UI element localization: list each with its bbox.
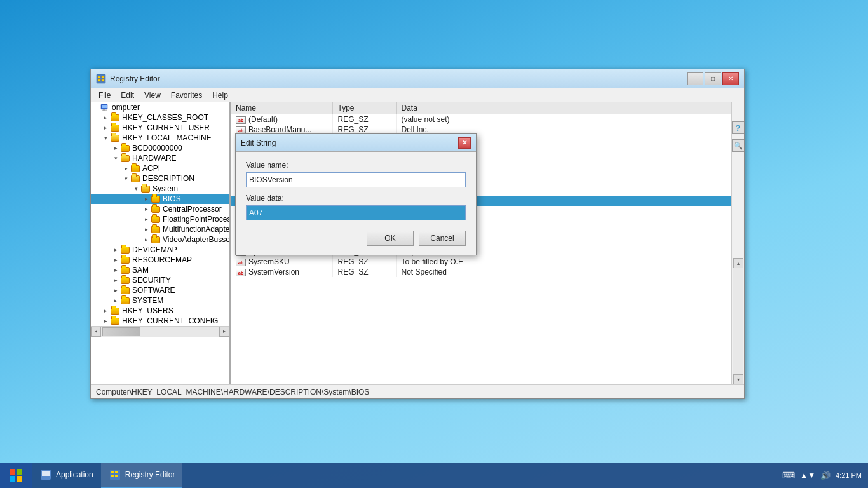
taskbar: Application Registry Editor ⌨ ▲▼ 🔊 — [0, 463, 868, 488]
folder-icon — [110, 113, 120, 122]
folder-icon — [110, 133, 120, 142]
tree-item[interactable]: ▾HARDWARE — [91, 153, 229, 163]
tree-expand-icon[interactable]: ▸ — [111, 245, 120, 254]
tree-expand-icon[interactable]: ▸ — [101, 123, 110, 132]
tree-hscroll-right[interactable]: ▸ — [219, 327, 229, 337]
tree-label: System — [153, 184, 178, 193]
tree-expand-icon[interactable]: ▸ — [142, 215, 151, 224]
tree-expand-icon[interactable]: ▸ — [101, 306, 110, 315]
taskbar-item-registry[interactable]: Registry Editor — [101, 463, 183, 488]
taskbar-items: Application Registry Editor — [32, 463, 776, 488]
tree-expand-icon[interactable]: ▸ — [111, 276, 120, 285]
tree-expand-icon[interactable]: ▸ — [111, 255, 120, 264]
table-row[interactable]: ab(Default)REG_SZ(value not set) — [231, 114, 731, 125]
tree-label: SYSTEM — [132, 296, 163, 305]
folder-icon — [130, 174, 140, 183]
time-display: 4:21 PM — [836, 471, 862, 480]
tree-label: BIOS — [163, 194, 181, 203]
tree-item[interactable]: ▸ACPI — [91, 163, 229, 173]
tree-hscroll-track[interactable] — [101, 327, 219, 337]
menu-edit[interactable]: Edit — [116, 90, 139, 101]
tree-item[interactable]: ▾HKEY_LOCAL_MACHINE — [91, 133, 229, 143]
tree-item[interactable]: ▸RESOURCEMAP — [91, 255, 229, 265]
tree-item[interactable]: ▸MultifunctionAdapter — [91, 224, 229, 234]
taskbar-item-application[interactable]: Application — [32, 463, 101, 488]
start-button[interactable] — [0, 463, 32, 488]
tree-item[interactable]: ▸HKEY_USERS — [91, 306, 229, 316]
tree-item[interactable]: ▸SOFTWARE — [91, 285, 229, 295]
folder-icon — [120, 276, 130, 285]
menu-view[interactable]: View — [139, 90, 166, 101]
menu-help[interactable]: Help — [207, 90, 233, 101]
svg-rect-0 — [97, 74, 105, 83]
tree-expand-icon[interactable]: ▸ — [111, 266, 120, 274]
tree-expand-icon[interactable]: ▾ — [101, 133, 110, 142]
tree-item[interactable]: ▸HKEY_CURRENT_CONFIG — [91, 316, 229, 326]
reg-name: BaseBoardManu... — [248, 125, 311, 134]
tree-item[interactable]: ▸SYSTEM — [91, 295, 229, 306]
tree-item[interactable]: ▸SECURITY — [91, 275, 229, 285]
keyboard-icon: ⌨ — [782, 470, 795, 480]
tree-expand-icon[interactable]: ▾ — [111, 154, 120, 163]
tree-hscroll-left[interactable]: ◂ — [91, 327, 101, 337]
tree-hscrollbar[interactable]: ◂ ▸ — [91, 326, 229, 336]
cancel-button[interactable]: Cancel — [419, 231, 466, 246]
tree-item[interactable]: ▸BIOS — [91, 194, 229, 204]
tree-label: SECURITY — [132, 276, 171, 285]
status-path: Computer\HKEY_LOCAL_MACHINE\HARDWARE\DES… — [96, 388, 369, 396]
value-name-input[interactable] — [246, 172, 466, 187]
tree-pane[interactable]: omputer▸HKEY_CLASSES_ROOT▸HKEY_CURRENT_U… — [91, 102, 231, 384]
tree-label: SAM — [132, 266, 149, 274]
minimize-button[interactable]: – — [687, 72, 703, 85]
tree-expand-icon[interactable]: ▾ — [121, 174, 130, 183]
dialog-close-button[interactable]: ✕ — [458, 137, 471, 149]
network-icon: ▲▼ — [800, 471, 815, 480]
edit-string-dialog[interactable]: Edit String ✕ Value name: Value data: OK… — [235, 133, 477, 255]
menu-favorites[interactable]: Favorites — [166, 90, 207, 101]
tree-item[interactable]: ▸SAM — [91, 265, 229, 275]
vscroll-down[interactable]: ▾ — [733, 374, 743, 384]
right-sidebar: ? 🔍 ▴ ▾ — [731, 102, 744, 384]
search-button[interactable]: 🔍 — [732, 139, 745, 152]
ok-button[interactable]: OK — [367, 231, 414, 246]
svg-rect-2 — [102, 76, 104, 78]
tree-expand-icon[interactable]: ▾ — [132, 184, 140, 193]
dialog-body: Value name: Value data: OK Cancel — [236, 152, 476, 255]
help-button[interactable]: ? — [732, 121, 745, 134]
tree-expand-icon[interactable] — [91, 103, 100, 112]
vscroll-up[interactable]: ▴ — [733, 258, 743, 268]
tree-expand-icon[interactable]: ▸ — [142, 194, 151, 203]
tree-expand-icon[interactable]: ▸ — [142, 205, 151, 214]
tree-item[interactable]: ▸HKEY_CLASSES_ROOT — [91, 112, 229, 123]
tree-item[interactable]: ▸HKEY_CURRENT_USER — [91, 123, 229, 133]
svg-rect-9 — [10, 469, 15, 475]
tree-expand-icon[interactable]: ▸ — [101, 113, 110, 122]
tree-expand-icon[interactable]: ▸ — [111, 144, 120, 152]
tree-label: HKEY_CURRENT_USER — [122, 123, 210, 132]
tree-label: ACPI — [142, 164, 160, 173]
tree-expand-icon[interactable]: ▸ — [101, 316, 110, 325]
tree-hscroll-thumb[interactable] — [102, 327, 140, 336]
tree-item[interactable]: ▸DEVICEMAP — [91, 245, 229, 255]
tree-expand-icon[interactable]: ▸ — [142, 235, 151, 244]
table-row[interactable]: abSystemSKUREG_SZTo be filled by O.E — [231, 257, 731, 267]
tree-item[interactable]: omputer — [91, 102, 229, 112]
tree-item[interactable]: ▾DESCRIPTION — [91, 173, 229, 184]
value-data-input[interactable] — [246, 205, 466, 220]
reg-name: (Default) — [248, 115, 278, 124]
tree-expand-icon[interactable]: ▸ — [111, 286, 120, 295]
tree-item[interactable]: ▸FloatingPointProcessor — [91, 214, 229, 224]
tree-item[interactable]: ▸VideoAdapterBusses — [91, 234, 229, 245]
tree-item[interactable]: ▸CentralProcessor — [91, 204, 229, 214]
tree-item[interactable]: ▸BCD00000000 — [91, 143, 229, 153]
tree-expand-icon[interactable]: ▸ — [111, 296, 120, 305]
maximize-button[interactable]: □ — [705, 72, 721, 85]
tree-label: MultifunctionAdapter — [163, 225, 231, 234]
table-row[interactable]: abSystemVersionREG_SZNot Specified — [231, 267, 731, 277]
tree-label: HKEY_LOCAL_MACHINE — [122, 133, 212, 142]
close-button[interactable]: ✕ — [722, 72, 739, 85]
tree-expand-icon[interactable]: ▸ — [121, 164, 130, 173]
tree-expand-icon[interactable]: ▸ — [142, 225, 151, 234]
menu-file[interactable]: File — [93, 90, 116, 101]
tree-item[interactable]: ▾System — [91, 184, 229, 194]
